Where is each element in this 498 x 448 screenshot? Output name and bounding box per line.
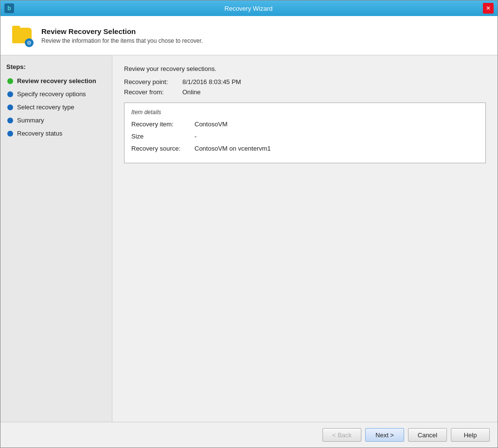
recover-from-label: Recover from: (124, 88, 182, 96)
recovery-point-label: Recovery point: (124, 78, 182, 86)
window-title: Recovery Wizard (14, 5, 483, 12)
step-item-select: Select recovery type (6, 102, 106, 113)
size-value: - (195, 133, 196, 140)
main-content: Review your recovery selections. Recover… (112, 55, 498, 422)
recover-from-value: Online (182, 88, 201, 96)
header-section: ⚙ Review Recovery Selection Review the i… (0, 16, 498, 55)
header-title: Review Recovery Selection (41, 27, 203, 35)
review-prompt: Review your recovery selections. (124, 65, 486, 72)
step-label-review: Review recovery selection (17, 77, 96, 85)
sidebar: Steps: Review recovery selection Specify… (0, 55, 112, 422)
step-dot-summary (7, 118, 13, 123)
step-label-status: Recovery status (17, 130, 62, 137)
close-button[interactable]: ✕ (483, 3, 494, 14)
recovery-item-label: Recovery item: (131, 121, 195, 128)
cancel-button[interactable]: Cancel (408, 428, 447, 442)
step-label-specify: Specify recovery options (17, 90, 86, 98)
recovery-source-row: Recovery source: ContosoVM on vcentervm1 (131, 145, 479, 152)
recovery-source-value: ContosoVM on vcentervm1 (195, 145, 271, 152)
step-label-select: Select recovery type (17, 103, 74, 111)
title-bar: b Recovery Wizard ✕ (0, 0, 498, 16)
step-dot-select (7, 104, 13, 110)
step-item-specify: Specify recovery options (6, 88, 106, 100)
header-subtitle: Review the information for the items tha… (41, 37, 203, 44)
gear-icon: ⚙ (25, 38, 34, 47)
app-icon: b (4, 3, 14, 13)
size-row: Size - (131, 133, 479, 140)
step-dot-specify (7, 91, 13, 97)
header-icon-container: ⚙ (10, 24, 34, 47)
item-details-title: Item details (131, 109, 479, 116)
recovery-point-value: 8/1/2016 8:03:45 PM (182, 78, 241, 86)
step-dot-status (7, 131, 13, 137)
recovery-item-value: ContosoVM (195, 121, 228, 128)
item-details-box: Item details Recovery item: ContosoVM Si… (124, 103, 486, 163)
next-button[interactable]: Next > (365, 428, 404, 442)
header-text: Review Recovery Selection Review the inf… (41, 27, 203, 44)
step-label-summary: Summary (17, 117, 44, 124)
window: b Recovery Wizard ✕ ⚙ Review Recovery Se… (0, 0, 498, 448)
step-item-status: Recovery status (6, 128, 106, 139)
recovery-item-row: Recovery item: ContosoVM (131, 121, 479, 128)
recovery-point-row: Recovery point: 8/1/2016 8:03:45 PM (124, 78, 486, 86)
size-label: Size (131, 133, 195, 140)
back-button[interactable]: < Back (322, 428, 361, 442)
content-area: Steps: Review recovery selection Specify… (0, 55, 498, 422)
recover-from-row: Recover from: Online (124, 88, 486, 96)
step-dot-review (7, 78, 13, 84)
bottom-bar: < Back Next > Cancel Help (0, 422, 498, 448)
help-button[interactable]: Help (451, 428, 490, 442)
step-item-review: Review recovery selection (6, 75, 106, 86)
recovery-source-label: Recovery source: (131, 145, 195, 152)
step-item-summary: Summary (6, 115, 106, 126)
steps-label: Steps: (6, 63, 106, 70)
